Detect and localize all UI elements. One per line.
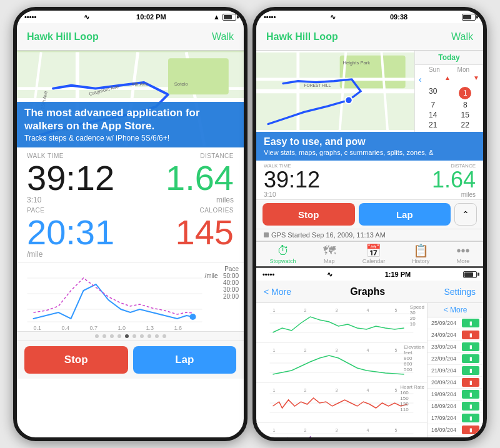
- list-item-6[interactable]: 19/09/204 ▮: [428, 389, 483, 401]
- right-tab-map-label: Map: [324, 258, 335, 264]
- svg-text:FOREST HILL: FOREST HILL: [304, 83, 331, 87]
- svg-text:Sotelo: Sotelo: [174, 81, 188, 87]
- list-badge-4: ▮: [462, 366, 479, 375]
- svg-text:Heights Park: Heights Park: [342, 60, 370, 66]
- right-status-bar: ••••• ∿ 09:38: [256, 11, 483, 23]
- left-dot-1: [102, 334, 106, 338]
- left-chart-label2: /mile 50:00: [205, 272, 239, 279]
- left-calories-col: CALORIES 145: [131, 207, 234, 250]
- right-wifi-icon: ∿: [330, 13, 336, 21]
- right-stop-button[interactable]: Stop: [262, 203, 355, 226]
- list-badge-6: ▮: [462, 390, 479, 399]
- svg-text:3: 3: [336, 428, 338, 432]
- right-cal-down[interactable]: ▼: [473, 74, 479, 84]
- list-badge-8: ▮: [462, 414, 479, 422]
- right-cal-22[interactable]: 22: [450, 121, 481, 129]
- svg-text:0.4: 0.4: [62, 325, 70, 331]
- right-chevron-button[interactable]: ⌃: [454, 203, 477, 226]
- right-graphs-nav: < More Graphs Settings: [256, 281, 483, 303]
- right-speed-label: Speed302010: [410, 304, 424, 327]
- left-chart: Pace /mile 50:00 40:00 30:00 20:00 0.1 0…: [17, 262, 244, 331]
- list-item-9[interactable]: 16/09/204 ▮: [428, 424, 483, 436]
- list-item-4[interactable]: 21/09/204 ▮: [428, 365, 483, 377]
- right-heartrate-label: Heart Rate160150130110: [400, 384, 424, 412]
- right-cal-8[interactable]: 8: [450, 101, 481, 109]
- right-tab-history-label: History: [412, 258, 429, 264]
- left-nav-action[interactable]: Walk: [212, 31, 234, 42]
- right-tab-calendar[interactable]: 📅 Calendar: [362, 244, 386, 264]
- right-graphs-back[interactable]: < More: [264, 287, 291, 297]
- right-cal-up[interactable]: ▲: [444, 74, 451, 84]
- left-location-icon: ▲: [213, 13, 220, 21]
- svg-text:4: 4: [367, 308, 369, 312]
- list-item-0[interactable]: 25/09/204 ▮: [428, 317, 483, 329]
- svg-text:1: 1: [273, 308, 276, 312]
- right-speed-graph: Speed302010 1 2 3 4 5: [256, 303, 427, 343]
- list-date-4: 21/09/204: [431, 367, 456, 374]
- svg-text:1.0: 1.0: [118, 325, 126, 331]
- left-wifi-icon: ∿: [84, 13, 89, 21]
- right-list-header[interactable]: < More: [428, 303, 483, 317]
- svg-text:1.3: 1.3: [146, 325, 154, 331]
- left-dot-8: [155, 334, 159, 338]
- right-tab-history[interactable]: 📋 History: [412, 244, 429, 264]
- right-cal-21: 21: [418, 121, 449, 129]
- list-item-7[interactable]: 18/09/204 ▮: [428, 401, 483, 412]
- right-stats-section: WALK TIME 39:12 3:10 DISTANCE 1.64 miles: [256, 161, 483, 199]
- right-cal-30: 30: [418, 87, 449, 99]
- list-item-3[interactable]: 22/09/204 ▮: [428, 353, 483, 365]
- list-item-2[interactable]: 23/09/204 ▮: [428, 341, 483, 353]
- list-item-1[interactable]: 24/09/204 ▮: [428, 329, 483, 341]
- svg-point-32: [345, 97, 352, 104]
- list-date-3: 22/09/204: [431, 356, 456, 362]
- left-chart-y4: 20:00: [205, 293, 239, 300]
- left-nav-bar: Hawk Hill Loop Walk: [17, 23, 244, 51]
- list-badge-3: ▮: [462, 354, 479, 363]
- svg-text:4: 4: [367, 428, 369, 432]
- right-second-wifi: ∿: [327, 271, 332, 279]
- right-cadence-svg: 1 2 3 4 5: [260, 424, 423, 437]
- right-graphs-main: Speed302010 1 2 3 4 5: [256, 303, 427, 437]
- right-distance-value: 1.64: [370, 169, 476, 191]
- left-chart-label1: Pace: [205, 266, 239, 272]
- left-dot-2: [110, 334, 114, 338]
- left-dot-7: [148, 334, 151, 338]
- right-tab-more[interactable]: ••• More: [456, 244, 469, 264]
- right-cal-15[interactable]: 15: [450, 111, 481, 119]
- list-item-10[interactable]: 15/09/204 ▮: [428, 436, 483, 437]
- right-lap-button[interactable]: Lap: [359, 203, 451, 226]
- right-second-battery-fill: [464, 272, 473, 277]
- right-elevation-label: Elevationfeet800600500: [404, 344, 424, 372]
- right-walktime-col: WALK TIME 39:12 3:10: [264, 163, 370, 198]
- right-tab-calendar-label: Calendar: [362, 258, 386, 264]
- list-item-5[interactable]: 20/09/204 ▮: [428, 377, 483, 389]
- svg-text:3: 3: [336, 348, 338, 352]
- right-graphs-settings[interactable]: Settings: [444, 287, 476, 297]
- right-cal-1[interactable]: 1: [459, 87, 471, 99]
- svg-text:4: 4: [367, 348, 369, 352]
- right-gps-info: GPS Started Sep 16, 2009, 11:13 AM: [256, 229, 483, 241]
- left-stop-button[interactable]: Stop: [24, 346, 128, 374]
- right-walktime-value: 39:12: [264, 169, 370, 191]
- right-tab-stopwatch[interactable]: ⏱ Stopwatch: [270, 244, 296, 264]
- right-calendar-header: Today: [415, 51, 483, 65]
- right-list-items: 25/09/204 ▮ 24/09/204 ▮ 23/09/204 ▮ 22: [428, 317, 483, 437]
- left-dot-4: [125, 334, 129, 338]
- svg-text:4: 4: [367, 388, 369, 392]
- right-nav-title: Hawk Hill Loop: [266, 31, 338, 42]
- left-lap-button[interactable]: Lap: [133, 346, 237, 374]
- right-stopwatch-icon: ⏱: [277, 244, 289, 257]
- right-nav-action[interactable]: Walk: [451, 31, 473, 42]
- right-map: FOREST HILL Heights Park: [256, 51, 414, 132]
- left-calories-value: 145: [131, 215, 234, 250]
- right-tab-map[interactable]: 🗺 Map: [323, 244, 336, 264]
- list-date-7: 18/09/204: [431, 403, 456, 409]
- right-promo-title: Easy to use, and pow: [264, 136, 476, 147]
- right-graphs-title: Graphs: [291, 286, 444, 297]
- svg-point-18: [190, 314, 196, 320]
- right-cal-prev[interactable]: ‹: [419, 74, 422, 84]
- svg-text:1: 1: [273, 428, 276, 432]
- list-item-8[interactable]: 17/09/204 ▮: [428, 412, 483, 424]
- right-buttons: Stop Lap ⌃: [256, 199, 483, 229]
- list-badge-7: ▮: [462, 402, 479, 411]
